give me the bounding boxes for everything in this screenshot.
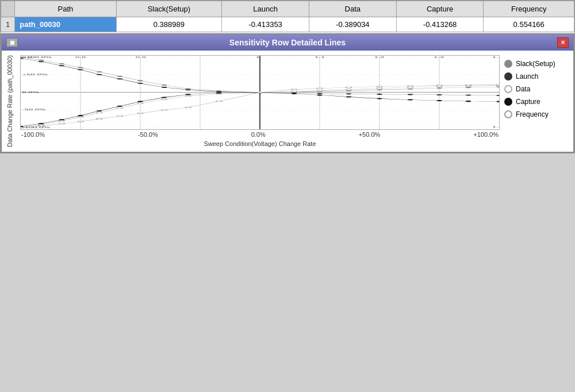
svg-point-31: [97, 71, 102, 72]
x-tick-4: +100.0%: [473, 131, 499, 138]
svg-text:1.3: 1.3: [434, 56, 444, 58]
table-row: 1 path_00030 0.388989 -0.413353 -0.38903…: [1, 17, 574, 32]
chart-area: Data Change Rate (path_00030): [2, 51, 573, 152]
svg-point-87: [78, 115, 83, 116]
chart-main: 0.7 0.8 0.9 1 1.1 1.2 1.3 1.4 1.5 +100.0…: [20, 55, 500, 147]
legend-label-data: Data: [516, 85, 530, 93]
legend-dot-launch: [504, 72, 512, 80]
svg-text:+50.0%: +50.0%: [22, 74, 48, 76]
legend-label-slack: Slack(Setup): [516, 60, 555, 68]
svg-point-111: [185, 107, 191, 108]
dialog-close-button[interactable]: ×: [557, 37, 569, 48]
dialog-titlebar: ▣ Sensitivity Row Detailed Lines ×: [2, 34, 573, 51]
svg-text:-100.0%: -100.0%: [22, 126, 50, 128]
svg-point-80: [408, 87, 413, 88]
chart-legend: Slack(Setup) Launch Data Capture Frequen…: [500, 55, 569, 147]
legend-item-launch: Launch: [504, 72, 564, 80]
svg-point-93: [216, 93, 222, 94]
svg-point-105: [59, 123, 65, 124]
chart-plot: 0.7 0.8 0.9 1 1.1 1.2 1.3 1.4 1.5 +100.0…: [20, 55, 500, 130]
col-path: Path: [15, 1, 116, 17]
col-launch: Launch: [222, 1, 309, 17]
svg-point-118: [408, 86, 413, 87]
svg-point-117: [377, 86, 382, 87]
svg-point-29: [59, 63, 65, 64]
main-container: Path Slack(Setup) Launch Data Capture Fr…: [0, 0, 575, 153]
slack-value: 0.388989: [116, 17, 222, 32]
svg-point-116: [346, 87, 352, 88]
svg-point-96: [317, 94, 323, 95]
col-data: Data: [309, 1, 396, 17]
svg-point-100: [436, 100, 442, 101]
svg-point-121: [496, 84, 499, 86]
legend-label-capture: Capture: [516, 98, 540, 106]
svg-point-53: [162, 87, 167, 88]
x-tick-2: 0.0%: [251, 131, 266, 138]
legend-label-frequency: Frequency: [516, 110, 549, 118]
svg-point-72: [162, 99, 167, 100]
legend-dot-frequency: [504, 110, 512, 118]
svg-point-67: [59, 121, 65, 122]
svg-point-77: [317, 90, 323, 91]
legend-label-launch: Launch: [516, 72, 538, 80]
svg-point-104: [39, 125, 44, 126]
svg-text:+100.0%: +100.0%: [22, 56, 52, 58]
svg-point-78: [346, 89, 352, 90]
svg-point-35: [185, 88, 191, 89]
svg-point-114: [292, 89, 297, 90]
legend-item-data: Data: [504, 85, 564, 93]
svg-point-48: [59, 65, 65, 66]
svg-point-63: [466, 94, 471, 95]
data-value: -0.389034: [309, 17, 396, 32]
svg-point-85: [39, 123, 44, 124]
svg-text:1.4: 1.4: [492, 56, 499, 58]
svg-point-107: [97, 118, 102, 120]
svg-point-54: [185, 89, 191, 90]
svg-point-58: [317, 93, 323, 94]
svg-point-66: [39, 124, 44, 125]
svg-point-34: [162, 84, 167, 86]
svg-point-91: [162, 97, 167, 98]
svg-point-44: [466, 87, 471, 88]
x-tick-3: +50.0%: [359, 131, 381, 138]
svg-point-89: [117, 106, 123, 107]
svg-point-33: [137, 80, 143, 81]
dialog-icon: ▣: [6, 38, 18, 47]
svg-point-43: [436, 87, 442, 89]
svg-point-92: [185, 94, 191, 95]
data-table: Path Slack(Setup) Launch Data Capture Fr…: [1, 1, 574, 32]
chart-svg: 0.7 0.8 0.9 1 1.1 1.2 1.3 1.4 1.5 +100.0…: [21, 56, 499, 129]
svg-point-62: [436, 94, 442, 95]
row-number: 1: [1, 17, 15, 32]
svg-point-70: [117, 107, 123, 109]
svg-point-69: [97, 112, 102, 113]
path-value[interactable]: path_00030: [15, 17, 116, 32]
svg-point-76: [292, 91, 297, 92]
legend-dot-slack: [504, 60, 512, 68]
x-tick-1: -50.0%: [138, 131, 158, 138]
svg-point-120: [466, 84, 471, 86]
svg-point-55: [216, 91, 222, 93]
legend-item-capture: Capture: [504, 98, 564, 106]
svg-text:1: 1: [256, 56, 260, 58]
svg-point-110: [162, 109, 167, 110]
svg-point-32: [117, 76, 123, 77]
svg-point-50: [97, 74, 102, 75]
svg-point-97: [346, 96, 352, 97]
chart-with-yaxis: Data Change Rate (path_00030): [6, 55, 500, 147]
svg-point-52: [137, 83, 143, 84]
svg-text:-50.0%: -50.0%: [22, 109, 46, 111]
capture-value: -0.413268: [396, 17, 484, 32]
svg-point-41: [377, 89, 382, 90]
svg-point-119: [436, 85, 442, 86]
svg-point-90: [137, 101, 143, 102]
svg-point-112: [216, 101, 222, 102]
y-axis-label: Data Change Rate (path_00030): [6, 55, 18, 147]
svg-point-61: [408, 94, 413, 95]
svg-point-95: [292, 93, 297, 94]
col-capture: Capture: [396, 1, 484, 17]
svg-point-101: [466, 101, 471, 102]
svg-point-28: [39, 60, 44, 61]
dialog-title: Sensitivity Row Detailed Lines: [18, 38, 557, 47]
launch-value: -0.413353: [222, 17, 309, 32]
